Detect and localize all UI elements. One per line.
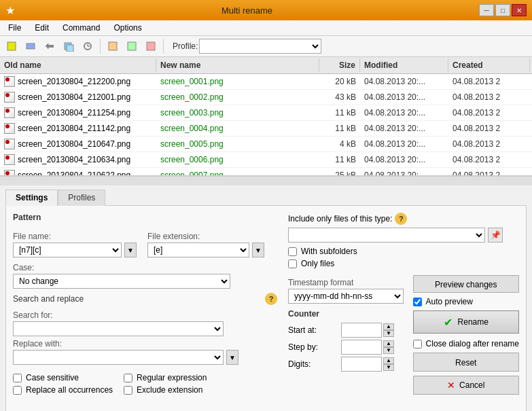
col-header-size[interactable]: Size — [319, 58, 360, 72]
minimize-button[interactable]: ─ — [479, 4, 494, 16]
digits-down[interactable]: ▼ — [383, 364, 394, 371]
fileext-select[interactable]: [e] — [147, 243, 249, 257]
regular-expression-label: Regular expression — [137, 373, 207, 382]
filename-label: File name: — [13, 232, 137, 241]
step-by-spinners: ▲ ▼ — [383, 340, 394, 354]
fileext-arrow-btn[interactable]: ▼ — [252, 243, 264, 257]
table-row[interactable]: screen_20130804_211254.png screen_0003.p… — [0, 105, 532, 121]
close-dialog-row: Close dialog after rename — [413, 339, 519, 349]
case-sensitive-row: Case sensitive — [13, 373, 113, 382]
replace-with-select[interactable] — [13, 350, 224, 365]
timestamp-label: Timestamp format — [288, 278, 405, 287]
replace-arrow-btn[interactable]: ▼ — [226, 350, 238, 365]
with-subfolders-row: With subfolders — [288, 247, 519, 256]
digits-up[interactable]: ▲ — [383, 357, 394, 364]
file-created: 04.08.2013 2 — [448, 122, 530, 135]
exclude-extension-checkbox[interactable] — [124, 386, 132, 395]
auto-preview-row: Auto preview — [413, 297, 519, 306]
col-header-old[interactable]: Old name — [0, 58, 156, 72]
table-row[interactable]: screen_20130804_212001.png screen_0002.p… — [0, 90, 532, 105]
case-sensitive-checkbox[interactable] — [13, 374, 22, 382]
search-help-icon[interactable]: ? — [265, 293, 277, 305]
pin-button[interactable]: 📌 — [488, 228, 503, 243]
table-row[interactable]: screen_20130804_211142.png screen_0004.p… — [0, 121, 532, 137]
digits-label: Digits: — [288, 359, 336, 369]
search-for-select[interactable] — [13, 321, 224, 336]
include-files-select[interactable] — [288, 228, 485, 243]
file-modified: 04.08.2013 20:... — [360, 122, 448, 135]
replace-all-row: Replace all occurrences — [13, 385, 113, 395]
toolbar-btn-8[interactable] — [142, 38, 160, 54]
toolbar-btn-6[interactable] — [104, 38, 122, 54]
toolbar-btn-2[interactable] — [22, 38, 39, 54]
menu-options[interactable]: Options — [108, 22, 147, 34]
step-by-down[interactable]: ▼ — [383, 347, 394, 354]
tab-profiles[interactable]: Profiles — [58, 190, 105, 206]
tab-settings[interactable]: Settings — [5, 190, 58, 206]
old-name: screen_20130804_211254.png — [18, 108, 130, 118]
file-created: 04.08.2013 2 — [448, 75, 530, 88]
toolbar-btn-5[interactable] — [79, 38, 96, 54]
file-created: 04.08.2013 2 — [448, 91, 530, 103]
col-header-modified[interactable]: Modified — [360, 58, 448, 72]
toolbar-btn-7[interactable] — [123, 38, 141, 54]
file-size: 4 kB — [319, 138, 360, 150]
fileext-label: File extension: — [147, 232, 264, 241]
step-by-row: 1 ▲ ▼ — [341, 340, 405, 355]
timestamp-select[interactable]: yyyy-mm-dd hh-nn-ss — [288, 289, 404, 304]
profile-select[interactable] — [199, 39, 321, 54]
file-icon — [4, 170, 15, 175]
filename-field-group: File name: [n7][c] ▼ — [13, 226, 137, 257]
menu-command[interactable]: Command — [57, 22, 105, 34]
start-at-up[interactable]: ▲ — [383, 323, 394, 330]
close-dialog-checkbox[interactable] — [413, 340, 422, 349]
filename-arrow-btn[interactable]: ▼ — [124, 243, 137, 257]
rename-label: Rename — [458, 317, 489, 327]
replace-all-checkbox[interactable] — [13, 386, 22, 395]
menu-file[interactable]: File — [3, 22, 26, 34]
close-button[interactable]: ✕ — [512, 4, 527, 16]
with-subfolders-checkbox[interactable] — [288, 247, 297, 256]
toolbar-btn-4[interactable] — [60, 38, 77, 54]
checkboxes-left: Case sensitive Replace all occurrences — [13, 370, 113, 395]
col-header-new[interactable]: New name — [156, 58, 319, 72]
maximize-button[interactable]: □ — [495, 4, 510, 16]
table-row[interactable]: screen_20130804_212200.png screen_0001.p… — [0, 74, 532, 90]
rename-button[interactable]: ✔ Rename — [413, 310, 519, 334]
cancel-x-icon: ✕ — [447, 380, 455, 391]
replace-with-label: Replace with: — [13, 339, 277, 349]
preview-button[interactable]: Preview changes — [413, 275, 519, 293]
fileext-row: [e] ▼ — [147, 243, 264, 257]
table-row[interactable]: screen_20130804_210647.png screen_0005.p… — [0, 137, 532, 152]
start-at-down[interactable]: ▼ — [383, 330, 394, 337]
start-at-input[interactable]: 1 — [341, 323, 382, 338]
cancel-button[interactable]: ✕ Cancel — [413, 376, 519, 395]
include-help-icon[interactable]: ? — [395, 213, 407, 225]
reset-button[interactable]: Reset — [413, 353, 519, 372]
col-header-created[interactable]: Created — [448, 58, 530, 72]
case-select[interactable]: No change Uppercase Lowercase Title Case — [13, 274, 230, 289]
step-by-up[interactable]: ▲ — [383, 340, 394, 347]
start-at-label: Start at: — [288, 325, 336, 335]
svg-rect-4 — [67, 45, 73, 52]
file-created: 04.08.2013 2 — [448, 107, 530, 119]
horizontal-scrollbar[interactable] — [0, 176, 532, 185]
step-by-input[interactable]: 1 — [341, 340, 382, 355]
file-list: screen_20130804_212200.png screen_0001.p… — [0, 74, 532, 175]
filename-select[interactable]: [n7][c] — [13, 243, 122, 257]
counter-title: Counter — [288, 309, 405, 319]
auto-preview-checkbox[interactable] — [413, 298, 422, 306]
toolbar-btn-3[interactable] — [41, 38, 58, 54]
title-bar: ★ Multi rename ─ □ ✕ — [0, 0, 532, 20]
menu-edit[interactable]: Edit — [29, 22, 54, 34]
table-row[interactable]: screen_20130804_210634.png screen_0006.p… — [0, 152, 532, 168]
file-modified: 04.08.2013 20:... — [360, 107, 448, 119]
file-icon — [4, 76, 15, 87]
table-row[interactable]: screen_20130804_210622.png screen_0007.p… — [0, 168, 532, 175]
regular-expression-checkbox[interactable] — [124, 374, 132, 382]
only-files-checkbox[interactable] — [288, 260, 297, 268]
toolbar-btn-1[interactable] — [3, 38, 20, 54]
digits-input[interactable]: 4 — [341, 357, 382, 372]
file-created: 04.08.2013 2 — [448, 169, 530, 175]
svg-rect-8 — [109, 42, 117, 50]
